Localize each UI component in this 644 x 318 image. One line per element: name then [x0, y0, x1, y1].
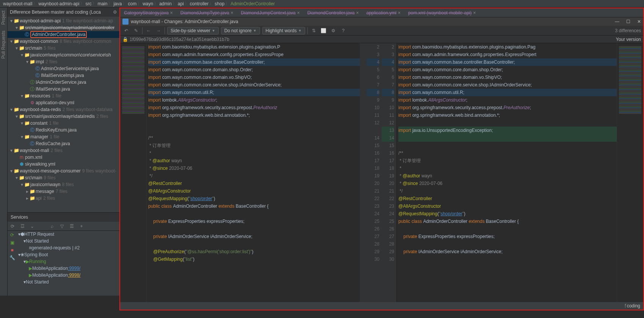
editor-tab[interactable]: DiamondController.java× — [304, 8, 363, 17]
code-line[interactable]: @GetMapping("list") — [148, 255, 360, 263]
tree-row[interactable]: ▾📁waynboot-admin-api1 file waynboot-admi… — [8, 17, 119, 24]
tree-row[interactable]: ⒸRedisKeyEnum.java — [8, 127, 119, 133]
stop-icon[interactable]: ■ — [11, 248, 13, 253]
diff-tb-btn[interactable]: ↶ — [122, 28, 130, 33]
code-line[interactable]: private IAdminOrderService iAdminOrderSe… — [398, 248, 617, 255]
code-line[interactable] — [398, 142, 617, 149]
diff-body[interactable]: import com.baomidou.mybatisplus.extensio… — [120, 43, 643, 302]
code-line[interactable] — [398, 134, 617, 142]
services-tree-row[interactable]: ▾Not Started — [17, 238, 81, 244]
diff-dropdown[interactable]: Highlight words▼ — [262, 27, 305, 34]
services-tb-btn[interactable]: ⌄ — [29, 224, 36, 229]
code-line[interactable]: * @author wayn — [148, 157, 360, 164]
code-line[interactable]: * — [148, 149, 360, 157]
code-line[interactable]: private IAdminOrderService iAdminOrderSe… — [148, 233, 360, 240]
tree-row[interactable]: ⬢skywalking.yml — [8, 161, 119, 168]
services-tree-row[interactable]: ▾Not Started — [17, 279, 81, 285]
services-tree-row[interactable]: ▶ MobileApplication :9999/ — [17, 265, 81, 272]
services-tb-btn[interactable]: ⟳ — [9, 224, 16, 229]
code-line[interactable]: public class AdminOrderController extend… — [148, 202, 360, 210]
breadcrumb-item[interactable]: api — [178, 1, 184, 6]
code-line[interactable]: * — [398, 164, 617, 172]
code-line[interactable]: * 订单管理 — [398, 157, 617, 164]
tree-row[interactable]: ▾📁src\main5 files — [8, 45, 119, 52]
diff-tb-btn[interactable]: ⇅ — [310, 28, 318, 33]
run-all-icon[interactable]: ▣ — [10, 240, 14, 245]
tree-row[interactable]: ▾📁waynboot-message-consumer9 files waynb… — [8, 168, 119, 174]
code-line[interactable]: import org.springframework.web.bind.anno… — [148, 111, 360, 119]
services-tb-btn[interactable]: ▽ — [58, 224, 65, 229]
editor-tab[interactable]: application.yml× — [362, 8, 404, 17]
diff-nav-btn[interactable]: → — [155, 28, 162, 33]
code-line[interactable]: */ — [148, 172, 360, 180]
breadcrumb-item[interactable]: waynboot-mall — [3, 1, 32, 6]
services-tb-btn[interactable]: + — [78, 224, 85, 229]
tree-row[interactable]: ▸📁api2 files — [8, 195, 119, 202]
code-line[interactable]: import org.springframework.web.bind.anno… — [398, 111, 617, 119]
editor-tab[interactable]: DiamondJumpContext.java× — [237, 8, 304, 17]
tree-row[interactable]: ⒸAdminOrderServiceImpl.java — [8, 65, 119, 72]
breadcrumb-item[interactable]: controller — [190, 1, 208, 6]
run-icon[interactable]: ⟳ — [10, 232, 14, 238]
code-line[interactable] — [148, 210, 360, 218]
diff-tb-btn[interactable]: ? — [340, 28, 347, 33]
window-button[interactable]: — — [615, 19, 619, 24]
tree-row[interactable]: ▾📁impl2 files — [8, 58, 119, 65]
code-line[interactable]: import com.wayn.common.util.R; — [398, 89, 617, 96]
services-tree-row[interactable]: ▾▶ Running — [17, 258, 81, 265]
tree-row[interactable]: ▾📁src\main9 files — [8, 174, 119, 181]
tree-row[interactable]: ▾📁constant1 file — [8, 120, 119, 127]
code-line[interactable]: import com.baomidou.mybatisplus.extensio… — [148, 43, 360, 51]
code-line[interactable]: import com.wayn.common.core.domain.shop.… — [148, 66, 360, 74]
code-line[interactable]: private ExpressProperties expressPropert… — [148, 218, 360, 225]
minimap-left[interactable] — [120, 43, 147, 302]
window-button[interactable]: ✕ — [637, 19, 641, 24]
services-tree-row[interactable]: ≡ generated-requests | #2 — [17, 244, 81, 251]
project-tool-tab[interactable]: Project — [0, 8, 7, 28]
breadcrumb-item[interactable]: shop — [215, 1, 224, 6]
breadcrumb-item[interactable]: com — [128, 1, 136, 6]
diff-dropdown[interactable]: Side-by-side viewer▼ — [167, 27, 219, 34]
pullrequests-tool-tab[interactable]: Pull Requests — [0, 28, 7, 62]
tree-row[interactable]: ⒸIMailServiceImpl.java — [8, 72, 119, 79]
breadcrumb-item[interactable]: AdminOrderController — [230, 1, 275, 6]
breadcrumb-item[interactable]: wayn — [143, 1, 153, 6]
code-line[interactable]: * @since 2020-07-06 — [398, 180, 617, 187]
tree-row[interactable]: ▾📁src\main\java\com\wayn\data\redis2 fil… — [8, 113, 119, 120]
code-right[interactable]: import com.baomidou.mybatisplus.extensio… — [397, 43, 617, 302]
tree-row[interactable]: ▾📁manager1 file — [8, 133, 119, 140]
code-line[interactable]: /** — [148, 134, 360, 142]
code-line[interactable] — [148, 225, 360, 233]
code-line[interactable] — [148, 127, 360, 134]
code-line[interactable]: private ExpressProperties expressPropert… — [398, 233, 617, 240]
tree-row[interactable]: ▾📁src\main\java\com\wayn\admin\api\contr… — [8, 24, 119, 31]
git-branch-icon[interactable]: ᚶ — [624, 303, 627, 309]
code-line[interactable]: import com.wayn.common.core.domain.vo.Sh… — [398, 74, 617, 81]
code-line[interactable]: import java.io.UnsupportedEncodingExcept… — [398, 127, 617, 134]
tree-row[interactable]: ⒾIAdminOrderService.java — [8, 79, 119, 86]
code-line[interactable]: import lombok.AllArgsConstructor; — [398, 96, 617, 104]
code-line[interactable]: import com.wayn.common.core.service.shop… — [398, 81, 617, 89]
code-line[interactable] — [148, 119, 360, 127]
code-line[interactable]: * 订单管理 — [148, 142, 360, 149]
services-tb-btn[interactable]: ☰ — [68, 224, 75, 229]
editor-tabs[interactable]: CategoryStrategy.java×DiamondJumpType.ja… — [120, 8, 643, 17]
breadcrumb-item[interactable]: waynboot-admin-api — [38, 1, 79, 6]
services-tree[interactable]: ▾⬢ HTTP Request▾Not Started≡ generated-r… — [17, 231, 81, 285]
code-line[interactable]: @AllArgsConstructor — [398, 202, 617, 210]
code-line[interactable] — [398, 225, 617, 233]
code-line[interactable]: * @since 2020-07-06 — [148, 164, 360, 172]
tree-row[interactable]: ▾📁java\com\wayn\common\core\service\sh — [8, 52, 119, 58]
services-tree-row[interactable]: ▾⬢ HTTP Request — [17, 231, 81, 238]
code-line[interactable]: import com.wayn.common.base.controller.B… — [148, 58, 360, 66]
code-line[interactable]: import com.wayn.common.core.domain.vo.Sh… — [148, 74, 360, 81]
tree-row[interactable]: ▾📁waynboot-common8 files waynboot-common — [8, 38, 119, 45]
tree-row[interactable]: ▾📁waynboot-mall2 files — [8, 147, 119, 154]
tree-row[interactable]: ⒸAdminOrderController.java — [8, 31, 119, 38]
tree-row[interactable]: ▾📁java\com\wayn8 files — [8, 181, 119, 188]
breadcrumb-item[interactable]: src — [85, 1, 91, 6]
code-line[interactable]: import com.wayn.admin.framework.config.p… — [148, 51, 360, 58]
breadcrumb-item[interactable]: main — [97, 1, 107, 6]
code-line[interactable]: import com.wayn.common.core.domain.shop.… — [398, 66, 617, 74]
editor-tab[interactable]: CategoryStrategy.java× — [120, 8, 177, 17]
